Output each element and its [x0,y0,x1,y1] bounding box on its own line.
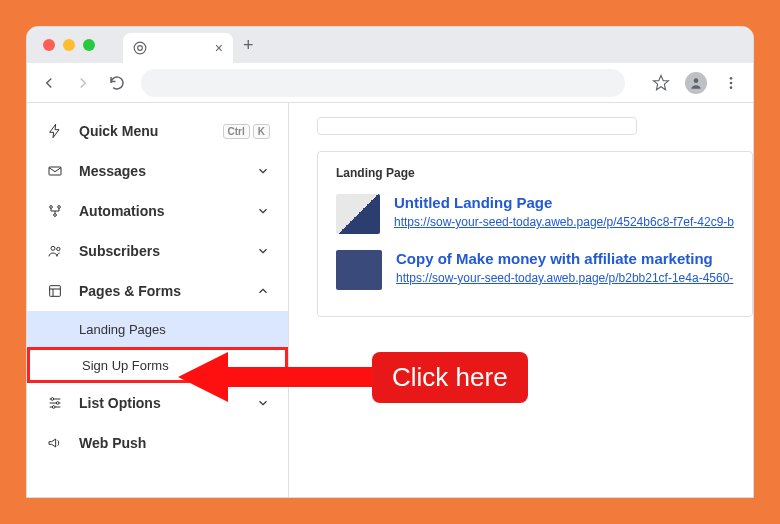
keyboard-shortcut: Ctrl K [223,124,270,139]
address-bar [27,63,753,103]
users-icon [45,243,65,259]
url-input[interactable] [141,69,625,97]
sidebar-item-label: List Options [79,395,161,411]
svg-point-14 [56,402,59,405]
menu-icon[interactable] [721,73,741,93]
sidebar-item-subscribers[interactable]: Subscribers [27,231,288,271]
tab-close-icon[interactable]: × [215,40,223,56]
svg-point-11 [57,247,60,250]
svg-point-0 [134,42,146,54]
sidebar-item-messages[interactable]: Messages [27,151,288,191]
window-close-icon[interactable] [43,39,55,51]
page-thumbnail [336,194,380,234]
svg-point-9 [54,214,57,217]
content-area: Quick Menu Ctrl K Messages Automations S… [27,103,753,497]
tab-strip: × + [123,27,254,63]
callout-label: Click here [372,352,528,403]
sidebar-item-automations[interactable]: Automations [27,191,288,231]
sidebar-item-label: Pages & Forms [79,283,181,299]
page-thumbnail [336,250,382,290]
sidebar-item-label: Automations [79,203,165,219]
sidebar-subitem-label: Landing Pages [79,322,166,337]
sidebar-subitem-landing-pages[interactable]: Landing Pages [27,311,288,347]
chevron-up-icon [256,284,270,298]
svg-point-8 [58,206,61,209]
forward-button[interactable] [73,73,93,93]
pages-icon [45,283,65,299]
page-title-link[interactable]: Copy of Make money with affiliate market… [396,250,734,267]
megaphone-icon [45,435,65,451]
main-panel: Landing Page Untitled Landing Page https… [289,103,753,497]
window-minimize-icon[interactable] [63,39,75,51]
section-title: Landing Page [336,166,734,180]
sidebar-item-web-push[interactable]: Web Push [27,423,288,463]
arrow-icon [178,347,378,407]
svg-point-2 [694,78,699,83]
chevron-down-icon [256,204,270,218]
sidebar-item-label: Messages [79,163,146,179]
titlebar: × + [27,27,753,63]
svg-point-5 [730,86,733,89]
landing-page-row[interactable]: Untitled Landing Page https://sow-your-s… [336,194,734,234]
svg-point-4 [730,81,733,84]
annotation-overlay: Click here [178,347,528,407]
sidebar-item-label: Subscribers [79,243,160,259]
star-icon[interactable] [651,73,671,93]
sidebar-subitem-label: Sign Up Forms [82,358,169,373]
chevron-down-icon [256,244,270,258]
sidebar-item-pages-forms[interactable]: Pages & Forms [27,271,288,311]
svg-point-10 [51,246,55,250]
landing-page-row[interactable]: Copy of Make money with affiliate market… [336,250,734,290]
svg-point-13 [51,398,54,401]
page-title-link[interactable]: Untitled Landing Page [394,194,734,211]
profile-avatar[interactable] [685,72,707,94]
svg-point-7 [50,206,53,209]
page-url-link[interactable]: https://sow-your-seed-today.aweb.page/p/… [396,271,734,285]
svg-point-3 [730,77,733,80]
card-placeholder [317,117,637,135]
window-maximize-icon[interactable] [83,39,95,51]
sliders-icon [45,395,65,411]
sidebar-item-label: Quick Menu [79,123,158,139]
reload-button[interactable] [107,73,127,93]
svg-rect-6 [49,167,61,175]
browser-tab[interactable]: × [123,33,233,63]
browser-window: × + Quick Menu Ctrl K [26,26,754,498]
sidebar-item-quick-menu[interactable]: Quick Menu Ctrl K [27,111,288,151]
lightning-icon [45,123,65,139]
sidebar: Quick Menu Ctrl K Messages Automations S… [27,103,289,497]
new-tab-button[interactable]: + [243,35,254,56]
svg-point-1 [138,46,143,51]
svg-rect-12 [50,286,61,297]
landing-page-section: Landing Page Untitled Landing Page https… [317,151,753,317]
chevron-down-icon [256,164,270,178]
back-button[interactable] [39,73,59,93]
page-url-link[interactable]: https://sow-your-seed-today.aweb.page/p/… [394,215,734,229]
svg-point-15 [52,406,55,409]
automation-icon [45,203,65,219]
sidebar-item-label: Web Push [79,435,146,451]
envelope-icon [45,163,65,179]
chrome-icon [133,41,147,55]
